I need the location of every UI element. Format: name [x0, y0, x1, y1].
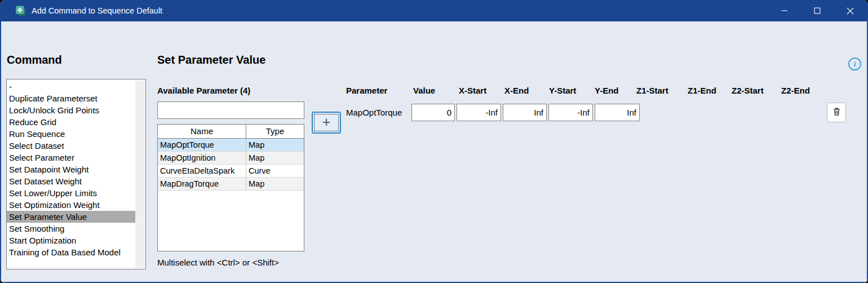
- cell-name: MapDragTorque: [158, 178, 246, 190]
- available-parameter-label: Available Parameter (4): [157, 86, 250, 95]
- command-item[interactable]: Set Optimization Weight: [7, 199, 135, 211]
- command-item[interactable]: Select Dataset: [7, 140, 135, 152]
- info-icon[interactable]: i: [848, 58, 861, 70]
- available-parameter-table: Name Type MapOptTorque Map MapOptIgnitio…: [157, 124, 304, 251]
- table-row[interactable]: MapOptIgnition Map: [158, 152, 304, 165]
- assign-header-x-end: X-End: [504, 86, 529, 95]
- column-header-name[interactable]: Name: [158, 125, 246, 138]
- command-item[interactable]: Start Optimization: [7, 235, 135, 246]
- trash-icon: [832, 107, 841, 118]
- assign-header-z2-end: Z2-End: [781, 86, 810, 95]
- table-row[interactable]: MapOptTorque Map: [158, 139, 304, 152]
- command-item[interactable]: Select Parameter: [7, 152, 135, 163]
- command-item[interactable]: Reduce Grid: [7, 116, 135, 128]
- dialog-body: Command Set Parameter Value i - Duplicat…: [0, 21, 868, 283]
- cell-name: MapOptIgnition: [158, 152, 246, 164]
- command-item[interactable]: Training of Data Based Model: [7, 246, 135, 258]
- cell-name: MapOptTorque: [158, 139, 246, 151]
- table-row[interactable]: MapDragTorque Map: [158, 178, 304, 191]
- command-item[interactable]: Set Datapoint Weight: [7, 163, 135, 175]
- title-bar[interactable]: Add Command to Sequence Default: [0, 0, 868, 21]
- command-item[interactable]: Run Sequence: [7, 128, 135, 140]
- command-listbox: - Duplicate Parameterset Lock/Unlock Gri…: [6, 79, 146, 269]
- assign-header-z2-start: Z2-Start: [732, 86, 764, 95]
- command-item[interactable]: Lock/Unlock Grid Points: [7, 104, 135, 116]
- assign-header-value: Value: [413, 86, 435, 95]
- maximize-button[interactable]: [804, 0, 830, 21]
- assign-header-y-end: Y-End: [595, 86, 619, 95]
- cell-type: Map: [246, 178, 304, 190]
- assign-header-y-start: Y-Start: [549, 86, 576, 95]
- app-icon: [15, 5, 26, 16]
- minimize-button[interactable]: [772, 0, 798, 21]
- assign-header-x-start: X-Start: [459, 86, 486, 95]
- command-item[interactable]: Set Dataset Weight: [7, 175, 135, 187]
- plus-icon: +: [322, 113, 330, 131]
- command-item[interactable]: Set Smoothing: [7, 223, 135, 235]
- assign-header-z1-end: Z1-End: [688, 86, 716, 95]
- assign-header-z1-start: Z1-Start: [636, 86, 668, 95]
- command-heading: Command: [7, 54, 62, 67]
- page-title: Set Parameter Value: [157, 54, 265, 67]
- y-end-field[interactable]: [595, 104, 640, 121]
- multiselect-hint: Multiselect with <Ctrl> or <Shift>: [157, 258, 279, 267]
- cell-type: Map: [246, 152, 304, 164]
- window-title: Add Command to Sequence Default: [32, 0, 162, 21]
- table-row[interactable]: CurveEtaDeltaSpark Curve: [158, 165, 304, 178]
- table-header-row: Name Type: [158, 125, 304, 139]
- cell-type: Map: [246, 139, 304, 151]
- command-list-scrollbar[interactable]: [135, 80, 145, 268]
- assigned-parameter-name: MapOptTorque: [346, 108, 402, 117]
- dialog-window: Add Command to Sequence Default Command …: [0, 0, 868, 283]
- value-field[interactable]: [411, 104, 455, 121]
- cell-name: CurveEtaDeltaSpark: [158, 165, 246, 177]
- assign-header-parameter: Parameter: [346, 86, 387, 95]
- x-start-field[interactable]: [457, 104, 501, 121]
- close-icon[interactable]: [837, 0, 863, 21]
- x-end-field[interactable]: [503, 104, 547, 121]
- delete-row-button[interactable]: [827, 103, 846, 122]
- command-item[interactable]: Duplicate Parameterset: [7, 92, 135, 104]
- y-start-field[interactable]: [548, 104, 593, 121]
- cell-type: Curve: [246, 165, 304, 177]
- column-header-type[interactable]: Type: [246, 125, 304, 138]
- command-list-items: - Duplicate Parameterset Lock/Unlock Gri…: [7, 81, 135, 258]
- command-item-selected[interactable]: Set Parameter Value: [7, 211, 135, 223]
- command-item[interactable]: Set Lower/Upper Limits: [7, 187, 135, 199]
- add-parameter-button[interactable]: +: [312, 112, 341, 134]
- parameter-filter-input[interactable]: [157, 101, 304, 119]
- command-item[interactable]: -: [7, 81, 135, 92]
